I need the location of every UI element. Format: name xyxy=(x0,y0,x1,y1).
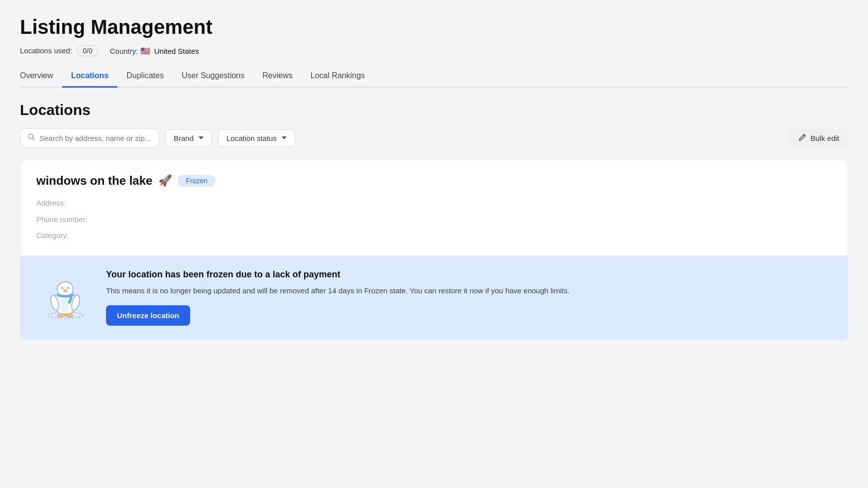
svg-point-6 xyxy=(61,287,64,289)
chevron-down-icon xyxy=(199,136,204,139)
page-title: Listing Management xyxy=(20,16,848,38)
tab-user-suggestions[interactable]: User Suggestions xyxy=(173,66,253,88)
rocket-icon: 🚀 xyxy=(158,174,172,187)
location-address: Address: xyxy=(36,198,832,209)
svg-point-10 xyxy=(64,290,67,292)
location-card: windows on the lake 🚀 Frozen Address: Ph… xyxy=(20,159,848,340)
brand-dropdown[interactable]: Brand xyxy=(165,129,212,147)
location-name-row: windows on the lake 🚀 Frozen xyxy=(36,174,832,188)
tab-reviews[interactable]: Reviews xyxy=(253,66,301,88)
tab-overview[interactable]: Overview xyxy=(20,66,62,88)
svg-point-14 xyxy=(65,313,74,318)
svg-point-7 xyxy=(67,287,70,289)
address-label: Address: xyxy=(36,199,66,207)
location-name: windows on the lake xyxy=(36,174,152,188)
location-category: Category: xyxy=(36,230,832,242)
meta-row: Locations used: 0/0 Country: 🇺🇸 United S… xyxy=(20,45,848,56)
locations-used-label: Locations used: 0/0 xyxy=(20,45,98,56)
frozen-notice: Your location has been frozen due to a l… xyxy=(20,255,848,340)
chevron-down-icon xyxy=(282,136,287,139)
search-icon xyxy=(27,133,35,143)
brand-label: Brand xyxy=(174,134,194,142)
svg-point-4 xyxy=(59,296,71,312)
country-flag: 🇺🇸 xyxy=(140,47,150,55)
frozen-notice-text: Your location has been frozen due to a l… xyxy=(106,269,828,326)
category-label: Category: xyxy=(36,231,69,240)
main-content: Locations Brand Location status xyxy=(20,88,848,340)
tab-duplicates[interactable]: Duplicates xyxy=(117,66,173,88)
search-input[interactable] xyxy=(39,134,152,142)
frozen-notice-title: Your location has been frozen due to a l… xyxy=(106,269,828,280)
locations-used-text: Locations used: xyxy=(20,46,72,55)
pencil-icon xyxy=(798,133,806,143)
frozen-notice-description: This means it is no longer being updated… xyxy=(106,285,828,296)
bulk-edit-button[interactable]: Bulk edit xyxy=(789,129,848,147)
location-card-top: windows on the lake 🚀 Frozen Address: Ph… xyxy=(20,160,848,255)
locations-used-badge: 0/0 xyxy=(77,45,98,56)
tab-local-rankings[interactable]: Local Rankings xyxy=(302,66,374,88)
country-label-text: Country: xyxy=(110,47,138,55)
tab-locations[interactable]: Locations xyxy=(62,66,118,88)
location-status-label: Location status xyxy=(226,134,277,142)
location-phone: Phone number: xyxy=(36,214,832,226)
frozen-badge: Frozen xyxy=(178,175,216,187)
location-status-dropdown[interactable]: Location status xyxy=(218,129,295,147)
section-title: Locations xyxy=(20,102,848,119)
phone-label: Phone number: xyxy=(36,215,88,224)
country-name: United States xyxy=(154,47,199,55)
svg-point-8 xyxy=(62,287,63,288)
tabs-row: Overview Locations Duplicates User Sugge… xyxy=(20,66,848,88)
bulk-edit-label: Bulk edit xyxy=(810,134,839,142)
search-wrapper xyxy=(20,128,159,147)
svg-line-1 xyxy=(32,138,34,140)
penguin-illustration xyxy=(40,271,90,323)
svg-point-13 xyxy=(57,313,66,318)
unfreeze-location-button[interactable]: Unfreeze location xyxy=(106,305,190,326)
filters-row: Brand Location status Bulk edit xyxy=(20,128,848,147)
svg-point-9 xyxy=(68,287,69,288)
country-label: Country: 🇺🇸 United States xyxy=(110,46,199,56)
